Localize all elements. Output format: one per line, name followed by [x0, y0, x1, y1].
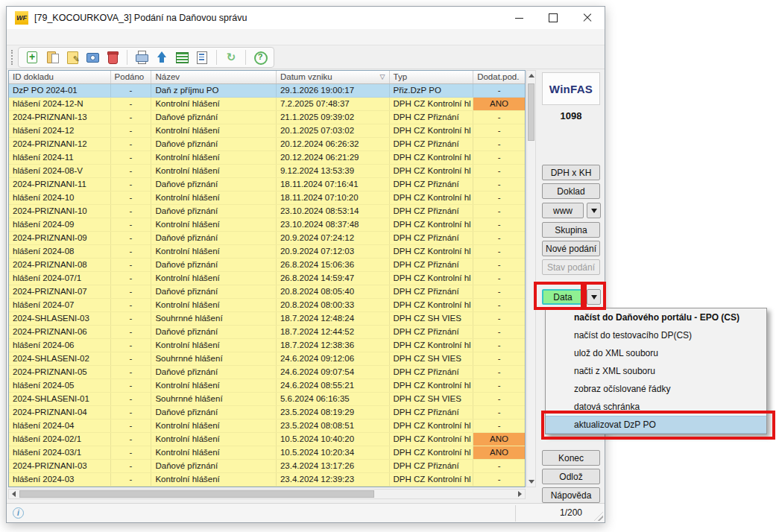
table-row[interactable]: hlášení 2024-06 - Kontrolní hlášení 18.7…: [9, 339, 525, 352]
www-dropdown-arrow[interactable]: [587, 203, 601, 218]
column-header-typ[interactable]: Typ: [390, 71, 474, 83]
cell-dodat: -: [473, 366, 525, 379]
menu-item[interactable]: [16, 36, 31, 39]
cell-datum: 23.4.2024 13:17:26: [277, 460, 390, 472]
table-row[interactable]: hlášení 2024-05 - Kontrolní hlášení 24.6…: [9, 379, 525, 393]
cell-nazev: Daňové přiznání: [151, 285, 277, 298]
table-row[interactable]: 2024-PRIZNANI-09 - Daňové přiznání 20.9.…: [9, 232, 525, 245]
report-icon[interactable]: [195, 50, 209, 65]
konec-button[interactable]: Konec: [542, 450, 600, 466]
vertical-scroll-thumb[interactable]: [528, 83, 534, 141]
table-row[interactable]: 2024-PRIZNANI-12 - Daňové přiznání 20.12…: [9, 138, 525, 151]
column-header-id[interactable]: ID dokladu: [9, 71, 111, 83]
menu-item[interactable]: [69, 36, 84, 39]
table-row[interactable]: 2024-PRIZNANI-06 - Daňové přiznání 18.7.…: [9, 326, 525, 339]
cell-dodat: -: [473, 165, 525, 177]
cell-typ: DPH CZ Kontrolní hl: [390, 191, 474, 204]
cell-nazev: Kontrolní hlášení: [151, 191, 277, 204]
table-row[interactable]: 2024-PRIZNANI-03 - Daňové přiznání 23.4.…: [9, 460, 525, 473]
cell-dodat: -: [473, 205, 525, 218]
table-row[interactable]: hlášení 2024-07/1 - Kontrolní hlášení 26…: [9, 272, 525, 285]
data-dropdown-arrow[interactable]: [587, 289, 601, 305]
edit-record-icon[interactable]: [65, 50, 80, 65]
menu-item[interactable]: [34, 36, 48, 39]
table-row[interactable]: 2024-PRIZNANI-07 - Daňové přiznání 20.8.…: [9, 285, 525, 299]
table-row[interactable]: 2024-PRIZNANI-10 - Daňové přiznání 23.10…: [9, 205, 525, 218]
table-row[interactable]: 2024-SHLASENI-03 - Souhrnné hlášení 18.7…: [9, 312, 525, 326]
table-row[interactable]: hlášení 2024-10 - Kontrolní hlášení 18.1…: [9, 191, 525, 205]
copy-record-icon[interactable]: [45, 50, 60, 65]
nove-podani-button[interactable]: Nové podání: [542, 241, 600, 256]
screenshot-stage: WF [79_KOCOURKOVA_3] Podání na Daňovou s…: [0, 0, 779, 532]
cell-typ: DPH CZ Kontrolní hl: [390, 124, 474, 137]
maximize-icon[interactable]: [536, 7, 570, 29]
table-row[interactable]: 2024-PRIZNANI-05 - Daňové přiznání 24.6.…: [9, 366, 525, 379]
cell-typ: Přiz.DzP PO: [390, 84, 474, 97]
context-menu-item[interactable]: aktualizovat DzP PO: [546, 416, 766, 434]
table-row[interactable]: DzP PO 2024-01 - Daň z příjmu PO 29.1.20…: [9, 84, 525, 98]
table-row[interactable]: 2024-PRIZNANI-04 - Daňové přiznání 23.5.…: [9, 406, 525, 419]
refresh-icon[interactable]: [224, 50, 239, 65]
export-icon[interactable]: [154, 50, 169, 65]
table-row[interactable]: 2024-SHLASENI-02 - Souhrnné hlášení 24.6…: [9, 352, 525, 366]
new-record-icon[interactable]: [25, 50, 40, 65]
context-menu-item[interactable]: ulož do XML souboru: [546, 344, 766, 362]
table-row[interactable]: hlášení 2024-02/1 - Kontrolní hlášení 10…: [9, 433, 525, 446]
scroll-down-icon[interactable]: [527, 477, 535, 487]
table-row[interactable]: hlášení 2024-12 - Kontrolní hlášení 20.1…: [9, 124, 525, 138]
doklad-button[interactable]: Doklad: [542, 183, 600, 199]
list-view-icon[interactable]: [174, 50, 189, 65]
horizontal-scrollbar[interactable]: [8, 489, 526, 499]
table-row[interactable]: hlášení 2024-08 - Kontrolní hlášení 20.9…: [9, 245, 525, 259]
window-title: [79_KOCOURKOVA_3] Podání na Daňovou sprá…: [34, 13, 247, 23]
winfas-app-icon[interactable]: WF: [15, 11, 28, 25]
table-row[interactable]: hlášení 2024-08-V - Kontrolní hlášení 9.…: [9, 165, 525, 178]
horizontal-scroll-thumb[interactable]: [19, 490, 374, 498]
print-icon[interactable]: [134, 50, 149, 65]
cell-typ: DPH CZ Kontrolní hl: [390, 98, 474, 110]
table-row[interactable]: 2024-SHLASENI-01 - Souhrnné hlášení 5.6.…: [9, 393, 525, 406]
scroll-left-icon[interactable]: [9, 490, 19, 498]
scroll-right-icon[interactable]: [515, 490, 525, 498]
column-header-dodat[interactable]: Dodat.pod.: [473, 71, 525, 83]
dph-x-kh-button[interactable]: DPH x KH: [542, 165, 600, 180]
toolbar-grip[interactable]: [11, 50, 13, 65]
table-row[interactable]: hlášení 2024-12-N - Kontrolní hlášení 7.…: [9, 98, 525, 111]
cell-datum: 26.8.2024 15:06:36: [277, 259, 390, 271]
table-row[interactable]: hlášení 2024-04 - Kontrolní hlášení 23.5…: [9, 419, 525, 433]
menu-item[interactable]: [51, 36, 66, 39]
cell-nazev: Daňové přiznání: [151, 366, 277, 379]
resize-grip[interactable]: [594, 512, 603, 521]
scroll-up-icon[interactable]: [527, 71, 535, 80]
context-menu-item[interactable]: načíst do Daňového portálu - EPO (CS): [546, 308, 766, 326]
skupina-button[interactable]: Skupina: [542, 222, 600, 238]
table-row[interactable]: hlášení 2024-03/1 - Kontrolní hlášení 10…: [9, 446, 525, 460]
minimize-icon[interactable]: [502, 7, 536, 29]
table-row[interactable]: 2024-PRIZNANI-08 - Daňové přiznání 26.8.…: [9, 259, 525, 272]
close-icon[interactable]: [570, 7, 605, 29]
napoveda-button[interactable]: Nápověda: [542, 487, 600, 503]
column-header-nazev[interactable]: Název: [151, 71, 277, 83]
chevron-down-icon: [591, 295, 597, 300]
vertical-scrollbar[interactable]: [526, 70, 536, 487]
payment-icon[interactable]: [85, 50, 100, 65]
delete-record-icon[interactable]: [105, 50, 120, 65]
context-menu-item[interactable]: načíst do testovacího DP(CS): [546, 326, 766, 344]
data-button[interactable]: Data: [542, 289, 584, 305]
context-menu-item[interactable]: načti z XML souboru: [546, 362, 766, 380]
table-row[interactable]: 2024-PRIZNANI-11 - Daňové přiznání 18.11…: [9, 178, 525, 191]
table-row[interactable]: hlášení 2024-07 - Kontrolní hlášení 20.8…: [9, 299, 525, 312]
table-row[interactable]: hlášení 2024-03 - Kontrolní hlášení 23.4…: [9, 473, 525, 487]
cell-podano: -: [111, 379, 152, 392]
cell-typ: DPH CZ SH VIES: [390, 352, 474, 365]
table-row[interactable]: 2024-PRIZNANI-13 - Daňové přiznání 21.1.…: [9, 111, 525, 124]
odloz-button[interactable]: Odlož: [542, 469, 600, 484]
help-icon[interactable]: [253, 50, 268, 65]
column-header-datum[interactable]: Datum vzniku▽: [277, 71, 390, 83]
www-button[interactable]: www: [542, 203, 584, 218]
table-row[interactable]: hlášení 2024-09 - Kontrolní hlášení 23.1…: [9, 218, 525, 232]
column-header-podano[interactable]: Podáno: [111, 71, 152, 83]
context-menu-item[interactable]: datová schránka: [546, 398, 766, 416]
table-row[interactable]: hlášení 2024-11 - Kontrolní hlášení 20.1…: [9, 151, 525, 165]
context-menu-item[interactable]: zobraz očíslované řádky: [546, 380, 766, 398]
